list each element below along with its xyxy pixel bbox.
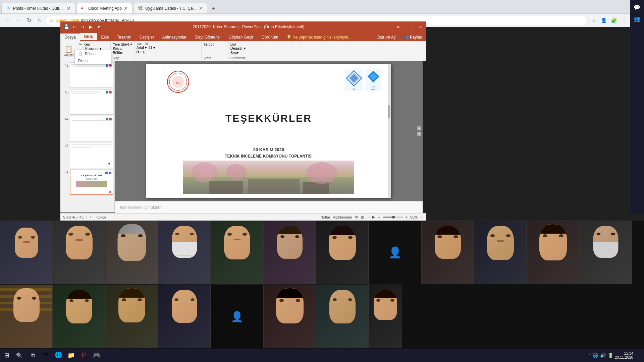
tab-cisco-close[interactable]: ✕ xyxy=(124,6,128,11)
tab-applications[interactable]: 🌿 Uygulama Listesi - T.C. Çevre ve... ✕ xyxy=(133,3,207,13)
save-qat-btn[interactable]: 💾 xyxy=(63,23,70,30)
tray-up-btn[interactable]: ^ xyxy=(588,353,590,358)
slide-sorter-btn[interactable]: ▦ xyxy=(361,215,364,219)
arrange-btn[interactable]: Tertipli xyxy=(204,42,226,46)
scroll-up-btn[interactable]: ▲ xyxy=(417,126,421,130)
windows-start-btn[interactable]: ⊞ xyxy=(0,349,13,362)
underline-btn[interactable]: U xyxy=(143,50,146,54)
taskbar-chrome-app[interactable]: 🌐 xyxy=(52,349,64,361)
tab-cisco[interactable]: ● Cisco Meeting App ✕ xyxy=(76,3,132,13)
home-button[interactable]: ⌂ xyxy=(35,16,44,25)
profile-icon[interactable]: 👤 xyxy=(599,16,608,25)
notes-btn[interactable]: Notlar xyxy=(320,215,330,219)
present-qat-btn[interactable]: ▶ xyxy=(87,23,94,30)
extensions-icon[interactable]: 🧩 xyxy=(609,16,619,25)
new-slide-btn[interactable]: Yeni Slayt ▾ xyxy=(113,42,132,47)
taskbar-explorer-app[interactable]: 📁 xyxy=(65,349,77,361)
fit-screen-btn[interactable]: ⊡ xyxy=(420,215,423,219)
slide-canvas[interactable]: T.C. BÜ KTM Merkezi xyxy=(146,64,391,198)
slide-img-45[interactable] xyxy=(70,143,113,168)
dizen-label: Dizen xyxy=(78,59,88,63)
ppt-restore-btn[interactable]: ⧉ xyxy=(395,24,401,30)
bold-btn[interactable]: B xyxy=(137,50,139,54)
taskbar-outlook-app[interactable]: ✉ xyxy=(40,349,52,361)
tab-applications-close[interactable]: ✕ xyxy=(199,6,203,11)
slide-thumb-45[interactable]: 45 xyxy=(62,143,113,168)
paste-label: Yapıştır xyxy=(63,53,73,57)
new-tab-button[interactable]: + xyxy=(209,4,218,13)
italic-btn[interactable]: I xyxy=(141,50,142,54)
slide-img-43[interactable] xyxy=(70,89,113,115)
ribbon-tab-slayt-gosterisi[interactable]: Slayt Gösterisi xyxy=(191,34,224,41)
ribbon-paylas[interactable]: 👥 Paylaş xyxy=(400,34,426,41)
ribbon-tab-giris[interactable]: Giriş xyxy=(80,33,97,41)
ribbon-tab-animasyonlar[interactable]: Animasyonlar xyxy=(158,34,191,41)
video-panel: 👤 xyxy=(0,221,644,349)
slide-scrollbar[interactable] xyxy=(388,64,391,198)
redo-qat-btn[interactable]: ↪ xyxy=(79,23,86,30)
zoom-in-btn[interactable]: + xyxy=(406,215,408,219)
edit-label: Düzenleme xyxy=(230,56,247,60)
cisco-panel-btn-1[interactable]: 💬 xyxy=(632,3,642,12)
zoom-out-btn[interactable]: − xyxy=(378,215,380,219)
paste-btn[interactable]: 📋 xyxy=(64,45,73,53)
ribbon-tab-gorunum[interactable]: Görünüm xyxy=(258,34,282,41)
ribbon-tab-gozden-gecir[interactable]: Gözden Geçir xyxy=(224,34,257,41)
section-btn[interactable]: Bölüm xyxy=(113,51,132,55)
slide-thumb-43[interactable]: 43 xyxy=(62,89,113,115)
ppt-maximize-btn[interactable]: □ xyxy=(410,24,416,30)
scroll-thumb[interactable] xyxy=(388,105,390,118)
video-cell-10 xyxy=(474,221,527,284)
select-btn[interactable]: Seç▾ xyxy=(230,51,247,55)
back-button[interactable]: ← xyxy=(3,16,12,25)
scroll-down-btn[interactable]: ▼ xyxy=(417,132,421,136)
bookmark-icon[interactable]: ☆ xyxy=(589,16,598,25)
notes-bar[interactable]: Not eklemek için tıklatın xyxy=(115,201,423,213)
taskbar-powerpoint-app[interactable]: P xyxy=(78,349,90,361)
slide-thumb-42[interactable]: 42 xyxy=(62,62,113,88)
slides-panel: 42 43 xyxy=(60,61,115,213)
slide-thumb-44[interactable]: 44 xyxy=(62,116,113,141)
slide-num-46: 46 xyxy=(62,170,68,175)
video-cell-4 xyxy=(158,221,211,284)
slide-img-44[interactable] xyxy=(70,116,113,141)
replace-btn[interactable]: Değiştir ▾ xyxy=(230,46,247,51)
cisco-panel-btn-2[interactable]: 👥 xyxy=(632,14,642,23)
ppt-close-btn[interactable]: ✕ xyxy=(417,24,423,30)
taskbar-task-view[interactable]: ⧉ xyxy=(27,349,39,361)
show-desktop-btn[interactable] xyxy=(635,349,641,361)
slide-scroll-controls: ▲ ▼ xyxy=(417,126,421,136)
zoom-slider[interactable] xyxy=(383,217,403,218)
menu-icon[interactable]: ⋮ xyxy=(619,16,629,25)
reload-button[interactable]: ↻ xyxy=(24,16,34,25)
reading-view-btn[interactable]: ⊟ xyxy=(367,215,370,219)
comments-btn[interactable]: Açıklamalar xyxy=(333,215,352,219)
font-name-btn[interactable]: Arial ▾ xyxy=(137,46,147,50)
taskbar-search-btn[interactable]: 🔍 xyxy=(13,349,25,361)
tab-outlook[interactable]: 📧 Posta - omer ulutas - Outlook ✕ xyxy=(1,3,75,13)
slide-img-42[interactable] xyxy=(70,62,113,88)
slideshow-btn[interactable]: ▶ xyxy=(372,215,375,219)
find-btn[interactable]: Bul xyxy=(230,42,247,46)
dropdown-dizen[interactable]: Dizen xyxy=(75,57,111,64)
ribbon-tab-ekle[interactable]: Ekle xyxy=(97,34,113,41)
ribbon-tab-search[interactable]: 💡 Ne yapmak istediğinizi soyleyin... xyxy=(282,34,356,41)
undo-qat-btn[interactable]: ↩ xyxy=(71,23,78,30)
dropdown-duzen[interactable]: 📋 Düzen xyxy=(75,50,111,57)
tab-outlook-close[interactable]: ✕ xyxy=(67,6,71,11)
taskbar-extra-app[interactable]: 🎮 xyxy=(91,349,103,361)
ribbon-tab-gecisler[interactable]: Geçişler xyxy=(135,34,158,41)
ribbon-tab-dosya[interactable]: Dosya xyxy=(60,34,80,41)
ribbon-tab-tasarim[interactable]: Tasarım xyxy=(113,34,136,41)
forward-button[interactable]: → xyxy=(13,16,23,25)
slide-img-46[interactable]: TEŞEKKÜRLER 20 KASIM 2020 xyxy=(70,170,113,195)
taskbar-datetime[interactable]: 11:34 20.11.2020 xyxy=(615,351,633,359)
font-size-btn[interactable]: 11 ▾ xyxy=(148,46,155,50)
reset-slide-btn[interactable]: Sıfırla xyxy=(113,47,132,51)
cut-btn[interactable]: ✂Kes xyxy=(79,42,108,47)
customize-qat-btn[interactable]: ▾ xyxy=(95,23,102,30)
normal-view-btn[interactable]: ⊞ xyxy=(355,215,358,219)
ribbon-oturum-ac[interactable]: Oturum Aç xyxy=(373,34,400,41)
ppt-minimize-btn[interactable]: ─ xyxy=(402,24,409,30)
slide-thumb-46[interactable]: 46 TEŞEKKÜRLER 20 KASIM 2020 xyxy=(62,170,113,195)
